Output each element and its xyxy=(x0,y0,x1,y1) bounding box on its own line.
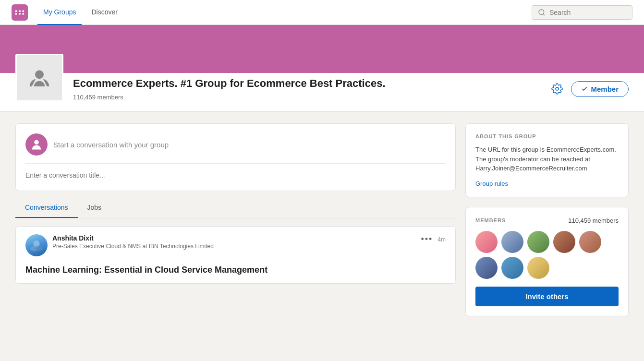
member-avatar-1 xyxy=(475,231,498,253)
group-logo xyxy=(15,54,63,102)
conversation-title-input[interactable] xyxy=(25,169,446,181)
main-content: Start a conversation with your group Con… xyxy=(0,112,644,328)
members-avatars xyxy=(475,231,619,279)
members-count: 110,459 members xyxy=(568,217,619,224)
svg-point-12 xyxy=(35,246,43,251)
post-meta: Anshita Dixit Pre-Sales Executive Cloud … xyxy=(52,234,214,250)
members-section-title: MEMBERS xyxy=(475,217,506,223)
nav-discover[interactable]: Discover xyxy=(85,0,123,25)
invite-others-button[interactable]: Invite others xyxy=(475,287,619,306)
feed-column: Start a conversation with your group Con… xyxy=(15,123,456,316)
svg-rect-5 xyxy=(23,12,24,14)
post-header: Anshita Dixit Pre-Sales Executive Cloud … xyxy=(25,234,446,256)
group-header: Ecommerce Experts. #1 Group for Ecommerc… xyxy=(0,73,644,112)
tabs-bar: Conversations Jobs xyxy=(15,199,456,218)
search-icon xyxy=(538,9,546,16)
group-rules-link[interactable]: Group rules xyxy=(475,180,619,187)
post-author-name: Anshita Dixit xyxy=(52,234,214,242)
member-avatar-6 xyxy=(475,257,498,279)
post-time: 4m xyxy=(437,236,446,243)
member-avatar-2 xyxy=(501,231,523,253)
group-actions: Member xyxy=(549,73,629,97)
member-avatar-4 xyxy=(553,231,575,253)
members-box: MEMBERS 110,459 members Invite others xyxy=(465,207,629,316)
nav-links: My Groups Discover xyxy=(37,0,532,25)
search-bar[interactable] xyxy=(532,5,632,20)
post-more-button[interactable]: ••• xyxy=(421,234,433,244)
svg-point-8 xyxy=(556,87,559,90)
members-header: MEMBERS 110,459 members xyxy=(475,217,619,224)
conversation-box: Start a conversation with your group xyxy=(15,123,456,191)
about-box: ABOUT THIS GROUP The URL for this group … xyxy=(465,123,629,197)
svg-rect-1 xyxy=(19,10,21,12)
about-section-title: ABOUT THIS GROUP xyxy=(475,133,619,139)
group-info: Ecommerce Experts. #1 Group for Ecommerc… xyxy=(73,73,539,101)
svg-rect-0 xyxy=(15,10,17,12)
checkmark-icon xyxy=(581,85,588,92)
navbar: My Groups Discover xyxy=(0,0,644,25)
post-author-avatar xyxy=(25,234,48,256)
settings-button[interactable] xyxy=(549,81,565,97)
group-members-count: 110,459 members xyxy=(73,94,539,101)
svg-rect-4 xyxy=(19,12,21,14)
group-banner xyxy=(0,25,644,73)
tab-jobs[interactable]: Jobs xyxy=(78,199,111,218)
sidebar: ABOUT THIS GROUP The URL for this group … xyxy=(465,123,629,316)
nav-my-groups[interactable]: My Groups xyxy=(37,0,82,25)
svg-rect-2 xyxy=(23,10,24,12)
member-avatar-8 xyxy=(527,257,549,279)
post-author-subtitle: Pre-Sales Executive Cloud & NMS at IBN T… xyxy=(52,243,214,250)
app-logo xyxy=(12,4,28,21)
member-avatar-7 xyxy=(501,257,523,279)
search-input[interactable] xyxy=(549,9,626,16)
conv-prompt[interactable]: Start a conversation with your group xyxy=(53,141,169,149)
post-card: Anshita Dixit Pre-Sales Executive Cloud … xyxy=(15,226,456,284)
tab-conversations[interactable]: Conversations xyxy=(15,199,78,218)
svg-rect-3 xyxy=(15,12,17,14)
about-text: The URL for this group is EcommerceExper… xyxy=(475,145,619,173)
member-button[interactable]: Member xyxy=(571,81,629,97)
member-avatar-3 xyxy=(527,231,549,253)
svg-point-6 xyxy=(539,10,544,15)
svg-line-7 xyxy=(543,14,545,15)
group-title: Ecommerce Experts. #1 Group for Ecommerc… xyxy=(73,77,448,91)
post-title: Machine Learning: Essential in Cloud Ser… xyxy=(25,264,446,276)
svg-point-9 xyxy=(34,140,38,144)
conv-start-row: Start a conversation with your group xyxy=(25,133,446,164)
user-avatar xyxy=(25,133,48,156)
member-avatar-5 xyxy=(579,231,601,253)
post-actions: ••• 4m xyxy=(421,234,446,244)
svg-point-10 xyxy=(33,241,39,247)
post-author: Anshita Dixit Pre-Sales Executive Cloud … xyxy=(25,234,214,256)
